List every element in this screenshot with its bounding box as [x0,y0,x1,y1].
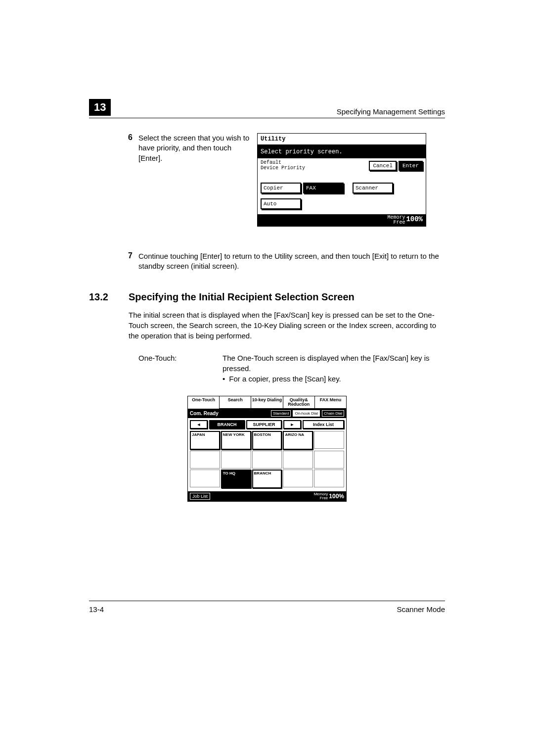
cell-empty[interactable] [314,451,344,469]
utility-panel-figure: Utility Select priority screen. Default … [257,133,426,227]
branch-button[interactable]: BRANCH [209,420,245,429]
definition-term: One-Touch: [138,353,222,384]
one-touch-panel-figure: One-Touch Search 10-key Dialing Quality&… [187,396,347,502]
section-heading: 13.2 Specifying the Initial Recipient Se… [89,291,445,303]
cell-empty[interactable] [283,451,313,469]
job-list-button[interactable]: Job List [190,493,210,500]
chain-button[interactable]: Chain Dial [322,410,344,417]
cell-boston[interactable]: BOSTON [252,431,282,450]
step-6-row: 6 Select the screen that you wish to hav… [119,133,445,227]
page-number: 13-4 [89,605,104,614]
cell-branch[interactable]: BRANCH [252,470,282,488]
page-footer: 13-4 Scanner Mode [89,601,445,614]
supplier-button[interactable]: SUPPLIER [246,420,282,429]
cell-newyork[interactable]: NEW YORK [221,431,251,450]
definition-one-touch: One-Touch: The One-Touch screen is displ… [138,353,445,384]
utility-label: Default Device Priority [261,160,305,171]
cell-empty[interactable] [283,470,313,487]
definition-line1: The One-Touch screen is displayed when t… [222,353,445,374]
standard-button[interactable]: Standard [271,410,291,417]
com-ready-label: Com. Ready [190,411,219,416]
definition-bullet: For a copier, press the [Scan] key. [222,374,445,384]
arrow-left-icon[interactable]: ◄ [190,420,208,429]
cell-empty[interactable] [221,451,251,469]
step-7-text: Continue touching [Enter] to return to t… [138,251,445,272]
ot-status-bar: Com. Ready Standard On-hook Dial Chain D… [188,409,346,418]
page-header: 13 Specifying Management Settings [89,99,445,118]
cell-empty[interactable] [252,451,282,469]
document-page: 13 Specifying Management Settings 6 Sele… [89,0,445,653]
option-scanner[interactable]: Scanner [353,183,393,193]
option-auto[interactable]: Auto [261,198,301,209]
cancel-button[interactable]: Cancel [369,161,397,171]
tab-fax-menu[interactable]: FAX Menu [315,396,346,409]
step-7-number: 7 [119,251,138,272]
section-number: 13.2 [89,291,129,303]
arrow-right-icon[interactable]: ► [283,420,301,429]
ot-tabs: One-Touch Search 10-key Dialing Quality&… [188,396,346,409]
onhook-button[interactable]: On-hook Dial [293,410,320,417]
footer-mode: Scanner Mode [397,605,445,614]
header-title: Specifying Management Settings [337,107,445,116]
cell-empty[interactable] [190,451,220,469]
tab-quality[interactable]: Quality& Reduction [283,396,315,409]
option-copier[interactable]: Copier [261,183,301,193]
step-6-text: Select the screen that you wish to have … [138,133,257,163]
utility-footer: Memory Free 100% [258,214,426,226]
chapter-badge: 13 [89,99,111,116]
section-title: Specifying the Initial Recipient Selecti… [129,291,355,303]
ot-nav-row: ◄ BRANCH SUPPLIER ► Index List [188,418,346,431]
utility-title: Utility [258,134,426,145]
cell-tohq[interactable]: TO HQ [221,470,251,488]
section-intro: The initial screen that is displayed whe… [129,310,445,341]
cell-empty[interactable] [314,431,344,449]
cell-empty[interactable] [314,470,344,487]
tab-10key[interactable]: 10-key Dialing [251,396,283,409]
ot-grid: JAPAN NEW YORK BOSTON ARIZO NA TO HQ BRA… [188,431,346,491]
ot-bottom-bar: Job List Memory Free 100% [188,491,346,501]
enter-button[interactable]: Enter [399,161,423,171]
tab-search[interactable]: Search [220,396,251,409]
cell-japan[interactable]: JAPAN [190,431,220,450]
step-7-row: 7 Continue touching [Enter] to return to… [119,251,445,272]
step-6-number: 6 [119,133,138,163]
utility-banner: Select priority screen. [258,145,426,158]
index-list-button[interactable]: Index List [303,420,344,429]
tab-one-touch[interactable]: One-Touch [188,396,220,409]
option-fax[interactable]: FAX [303,183,344,193]
cell-arizona[interactable]: ARIZO NA [283,431,313,450]
cell-empty[interactable] [190,470,220,487]
